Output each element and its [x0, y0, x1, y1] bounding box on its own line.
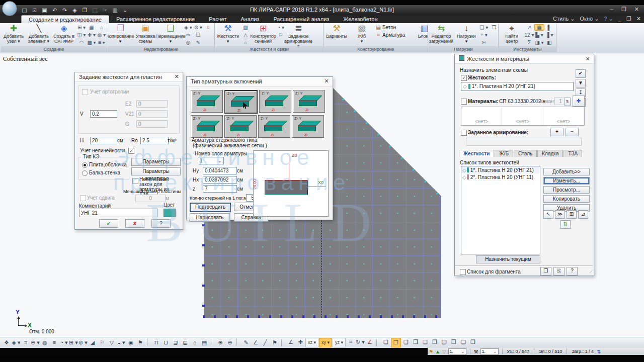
projection-icon[interactable]: ↻ ▾ — [356, 338, 365, 346]
plate-shell-radio[interactable] — [82, 162, 88, 168]
ribbon-button[interactable]: ▨ — [240, 24, 251, 31]
app-logo-button[interactable] — [2, 1, 17, 16]
iso-view-icon[interactable]: ❐ — [430, 338, 439, 346]
toolbar-icon[interactable]: ∠ ▾ — [251, 338, 260, 347]
cancel-button[interactable]: ✘ — [125, 219, 144, 228]
iso-view-icon[interactable]: ❒ — [449, 338, 458, 346]
ribbon-button[interactable]: △ — [240, 31, 251, 39]
toolbar-icon[interactable]: ≡ — [50, 338, 59, 347]
material-slot[interactable]: <нет> — [543, 107, 584, 125]
h-field[interactable]: 20 — [90, 137, 117, 144]
ribbon-button[interactable]: ✄ — [479, 39, 489, 46]
style-menu[interactable]: Стиль ⌄ — [553, 16, 575, 22]
iso-view-icon[interactable]: ❒ — [411, 338, 420, 346]
rebar-type-button[interactable]: Z↑ Y Zi — [224, 115, 257, 138]
given-rebar-field[interactable] — [466, 138, 582, 146]
ro-field[interactable]: 2.5 — [140, 137, 169, 144]
close-button[interactable]: ✕ — [634, 6, 639, 13]
loadcase-combo[interactable]: 1.⌄ — [448, 348, 466, 355]
ribbon-button[interactable]: ≡ ▾ — [97, 39, 107, 46]
mdi-close[interactable]: ✕ — [636, 16, 641, 22]
comment-field[interactable]: УНГ 21 — [79, 209, 157, 217]
iso-view-icon[interactable]: ❏ — [459, 338, 468, 346]
ribbon-button[interactable]: ⚒Варианты — [324, 24, 349, 46]
list-action-button[interactable]: Копировать — [543, 195, 590, 203]
toolbar-icon[interactable]: ⊖ ▾ — [31, 338, 40, 347]
help-button[interactable]: ? — [151, 219, 171, 228]
toolbar-icon[interactable]: ⊕ — [216, 338, 225, 347]
ribbon-button[interactable]: ╲Добавить элемент ▾ — [26, 24, 51, 46]
resize-grip[interactable]: ⟋ — [590, 269, 593, 275]
ribbon-tab[interactable]: Железобетон — [336, 15, 384, 23]
ribbon-button[interactable]: ⌂ — [97, 24, 107, 31]
ribbon-button[interactable]: ❏ ▾ — [479, 24, 489, 31]
hx-field[interactable]: 0.0387092 — [203, 176, 237, 184]
materials-checkbox[interactable] — [461, 99, 467, 105]
draw-button[interactable]: Нарисовать — [190, 213, 230, 222]
toolbar-icon[interactable]: ✎ — [242, 338, 251, 347]
rebar-type-button[interactable]: Z↑ Y Zi — [191, 90, 223, 113]
nonlinearity-checkbox[interactable] — [128, 148, 134, 154]
ribbon-tab[interactable]: Расширенное редактирование — [109, 15, 202, 23]
ribbon-button[interactable]: ◎ — [183, 39, 193, 46]
assign-current-button[interactable]: Назначить текущим — [476, 255, 540, 263]
min-size-field[interactable]: 0 — [135, 195, 166, 202]
toolbar-icon[interactable]: ▽ — [107, 338, 116, 347]
toolbar-icon[interactable]: ⚑ — [270, 338, 279, 347]
ribbon-button[interactable]: ⊘ ▾ — [193, 24, 203, 31]
rebar-minus-button[interactable]: − — [566, 128, 579, 136]
projection-icon[interactable]: yz ▾ — [333, 338, 346, 347]
ribbon-button[interactable]: ◠ — [76, 39, 87, 46]
iso-view-icon[interactable]: ❏ — [421, 338, 430, 346]
ribbon-button[interactable]: Σ — [524, 39, 534, 46]
ribbon-button[interactable]: ❒ — [193, 31, 203, 39]
ribbon-button[interactable]: 12 ▾ — [524, 31, 534, 39]
sync-button[interactable]: ⇅ — [560, 220, 571, 229]
up-arrow-icon[interactable]: ▲ — [435, 349, 440, 354]
toolbar-icon[interactable]: ⚐ ▾ — [98, 338, 107, 347]
panel-tab[interactable]: Ж/Б — [495, 150, 513, 157]
toolbar-icon[interactable]: ◒ ▾ — [117, 338, 126, 347]
ribbon-button[interactable]: ✂ — [183, 31, 193, 39]
ribbon-button[interactable]: ▐ ▾ — [544, 31, 554, 39]
toolbar-icon[interactable] — [236, 338, 240, 345]
ribbon-button[interactable]: ⌖Найти центр — [499, 24, 524, 46]
ribbon-button[interactable]: ❒ — [489, 24, 498, 31]
iso-view-icon[interactable]: ❐ — [468, 338, 477, 346]
ribbon-button[interactable]: ▥Блоки — [412, 24, 428, 46]
toolbar-icon[interactable] — [211, 338, 214, 345]
close-icon[interactable]: ✕ — [323, 78, 330, 84]
flag-icon[interactable]: ⚑ — [429, 349, 433, 354]
toolbar-icon[interactable]: ⊓ — [152, 338, 161, 347]
toolbar-icon[interactable]: ⚑ — [136, 338, 145, 347]
stiffness-listbox[interactable]: ◇1*. Пластина Н 20 (УНГ 21)◇2*. Пластина… — [461, 166, 540, 254]
color-swatch[interactable] — [164, 209, 176, 217]
panel-bottom-button[interactable]: ⎘ — [553, 267, 565, 276]
e2-field[interactable]: 0 — [136, 100, 168, 108]
nonlinear-law-checkbox[interactable] — [132, 178, 138, 184]
toolbar-icon[interactable]: ◈ ▾ — [12, 338, 21, 347]
add-material-button[interactable]: ✚ — [573, 96, 585, 107]
ribbon-tab[interactable]: Расчет — [202, 15, 233, 23]
toolbar-icon[interactable]: ⊖ — [225, 338, 234, 347]
toolbar-icon[interactable]: ⌗ — [21, 338, 30, 347]
iso-view-icon[interactable]: ❑ — [401, 338, 411, 346]
v-field[interactable]: 0.2 — [90, 110, 117, 118]
ribbon-button[interactable]: ▌ — [544, 24, 554, 31]
ribbon-button[interactable]: ⌗ — [203, 24, 213, 31]
ribbon-button[interactable]: ⌗Арматура — [374, 31, 412, 39]
beam-wall-radio[interactable] — [82, 170, 88, 176]
orthotropy-checkbox[interactable] — [82, 89, 88, 95]
stiffness-list-item[interactable]: ◇2*. Пластина Н 20 (УНГ 11) — [461, 173, 540, 180]
panel-bottom-button[interactable]: ? — [567, 267, 578, 276]
stiffness-list-item[interactable]: ◇1*. Пластина Н 20 (УНГ 21) — [461, 166, 540, 173]
stiffness-current-field[interactable]: ◇1*. Пластина Н 20 (УНГ 21) — [461, 82, 574, 91]
ribbon-button[interactable]: ◨ ▾ — [534, 39, 544, 46]
panel-tab[interactable]: Кладка — [537, 150, 563, 157]
toolbar-icon[interactable] — [147, 338, 150, 345]
iso-view-icon[interactable]: ❐ — [391, 338, 401, 347]
material-params-button[interactable]: Параметры материала — [131, 158, 181, 166]
iso-view-icon[interactable]: ❑ — [440, 338, 449, 346]
toolbar-icon[interactable]: ⊒ — [171, 338, 180, 347]
ribbon-button[interactable]: ⌂ — [240, 39, 251, 46]
